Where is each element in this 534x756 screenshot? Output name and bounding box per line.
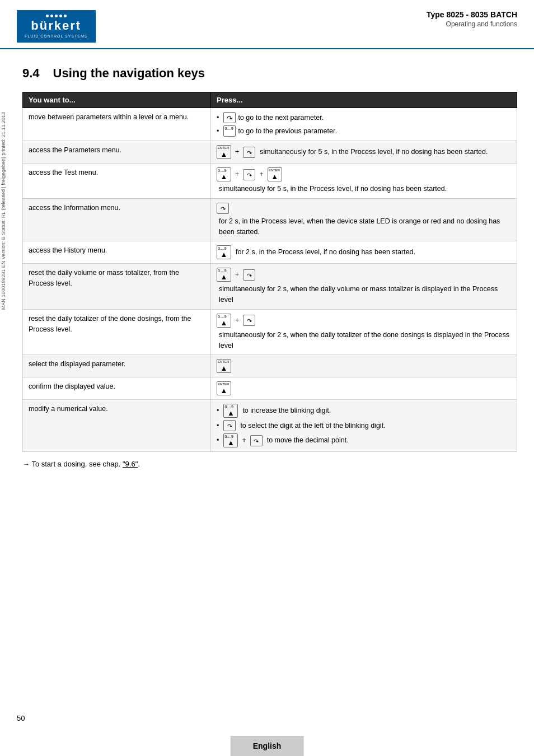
- key-up-digits: 0....9 ▲: [217, 167, 231, 181]
- key-nav-info: ↷: [217, 203, 229, 214]
- table-row: reset the daily totalizer of the done do…: [23, 309, 517, 355]
- logo-dot: [50, 15, 53, 17]
- mod-desc2: to select the digit at the left of the b…: [240, 421, 385, 431]
- press-cell: ↷ for 2 s, in the Process level, when th…: [211, 198, 517, 241]
- logo-dot: [59, 15, 62, 17]
- header-right: Type 8025 - 8035 BATCH Operating and fun…: [427, 10, 517, 28]
- up-vol: ▲: [221, 273, 228, 281]
- press-cell: ENTER ▲: [211, 355, 517, 377]
- want-cell: reset the daily volume or mass totalizer…: [23, 264, 211, 310]
- digits-vol: 0....9: [218, 269, 227, 273]
- logo-subtitle: FLUID CONTROL SYSTEMS: [25, 34, 88, 38]
- key-up-hist: 0....9 ▲: [217, 245, 231, 259]
- want-cell: access the Test menu.: [23, 164, 211, 199]
- logo-box: bürkert FLUID CONTROL SYSTEMS: [17, 10, 96, 43]
- press-desc2: simultaneously for 5 s, in the Process l…: [219, 184, 447, 194]
- key-up-mod: 0....9 ▲: [223, 404, 238, 418]
- digits-label: 0....9: [224, 127, 233, 130]
- table-row: access the Test menu. 0....9 ▲ + ↷ +: [23, 164, 517, 199]
- col2-header: Press...: [211, 92, 517, 108]
- digits-dec: 0....9: [224, 435, 233, 438]
- footnote-link[interactable]: "9.6": [123, 460, 138, 468]
- section-heading: 9.4 Using the navigation keys: [22, 66, 517, 81]
- side-text: MAN 1000199281 EN Version: B Status: RL …: [0, 112, 10, 310]
- up-mod: ▲: [227, 409, 235, 417]
- header-title: Type 8025 - 8035 BATCH: [427, 10, 517, 19]
- table-row: reset the daily volume or mass totalizer…: [23, 264, 517, 310]
- table-row: modify a numerical value. • 0....9 ▲ to …: [23, 400, 517, 452]
- enter-sym2: ▲: [271, 173, 278, 180]
- key-up-dec: 0....9 ▲: [223, 433, 238, 447]
- want-cell: access the Information menu.: [23, 198, 211, 241]
- enter-label: ENTER: [218, 146, 229, 150]
- enter-sym: ▲: [221, 151, 228, 158]
- table-row: access the History menu. 0....9 ▲ for 2 …: [23, 241, 517, 264]
- logo-dot: [55, 15, 58, 17]
- page-number: 50: [17, 714, 25, 722]
- section-number: 9.4: [22, 66, 40, 81]
- nav-sym: ↷: [247, 150, 252, 156]
- enter-sel-sym: ▲: [221, 365, 228, 372]
- up-hist: ▲: [221, 251, 228, 258]
- up-arrow: ▲: [221, 173, 228, 180]
- up-dec: ▲: [227, 439, 235, 446]
- key-nav-mod: ↷: [223, 420, 236, 431]
- bullet: •: [217, 113, 219, 123]
- digits-dos: 0....9: [218, 315, 227, 319]
- col1-header: You want to...: [23, 92, 211, 108]
- key-nav-dec: ↷: [250, 435, 263, 446]
- table-row: move between parameters within a level o…: [23, 108, 517, 141]
- press-desc: simultaneously for 5 s, in the Process l…: [260, 147, 488, 157]
- key-enter-sel: ENTER ▲: [217, 359, 231, 373]
- logo-dot: [46, 15, 49, 17]
- press-desc5: simultaneously for 2 s, when the daily v…: [219, 284, 511, 305]
- digits-lbl: 0....9: [218, 169, 227, 172]
- nav-info-sym: ↷: [221, 206, 226, 212]
- want-cell: reset the daily totalizer of the done do…: [23, 309, 211, 355]
- press-cell: 0....9 ▲ + ↷ + ENTER ▲ simultaneously fo…: [211, 164, 517, 199]
- nav-dos-sym: ↷: [247, 318, 252, 324]
- enter-sel-lbl: ENTER: [218, 360, 229, 363]
- header-subtitle: Operating and functions: [427, 20, 517, 28]
- want-cell: access the Parameters menu.: [23, 141, 211, 164]
- logo-text: bürkert: [31, 18, 81, 33]
- logo-area: bürkert FLUID CONTROL SYSTEMS: [17, 10, 96, 43]
- key-nav2: ↷: [243, 169, 255, 180]
- want-cell: access the History menu.: [23, 241, 211, 264]
- press-cell: ENTER ▲: [211, 377, 517, 400]
- navigation-table: You want to... Press... move between par…: [22, 92, 517, 452]
- key-nav: ↷: [243, 147, 255, 158]
- table-row: select the displayed parameter. ENTER ▲: [23, 355, 517, 377]
- footnote-period: .: [138, 460, 140, 468]
- language-tab[interactable]: English: [231, 736, 304, 756]
- key-nav-vol: ↷: [243, 269, 255, 281]
- enter-conf-sym: ▲: [221, 387, 228, 394]
- nav-mod-sym: ↷: [227, 423, 232, 430]
- enter-lbl2: ENTER: [269, 169, 280, 172]
- press-cell: 0....9 ▲ + ↷ simultaneously for 2 s, whe…: [211, 309, 517, 355]
- press-desc3: for 2 s, in the Process level, when the …: [219, 216, 511, 237]
- press-cell: • ↷ to go to the next parameter. • 0....…: [211, 108, 517, 141]
- nav-dec-sym: ↷: [254, 438, 259, 445]
- want-cell: confirm the displayed value.: [23, 377, 211, 400]
- press-cell: • 0....9 ▲ to increase the blinking digi…: [211, 400, 517, 452]
- plus-sign2: +: [259, 169, 263, 180]
- press-cell: ENTER ▲ + ↷ simultaneously for 5 s, in t…: [211, 141, 517, 164]
- page-header: bürkert FLUID CONTROL SYSTEMS Type 8025 …: [0, 0, 534, 49]
- table-row: access the Parameters menu. ENTER ▲ + ↷ …: [23, 141, 517, 164]
- up-dos: ▲: [221, 319, 228, 326]
- bullet: •: [217, 435, 219, 446]
- main-content: 9.4 Using the navigation keys You want t…: [0, 49, 534, 485]
- table-row: confirm the displayed value. ENTER ▲: [23, 377, 517, 400]
- press-cell: 0....9 ▲ + ↷ simultaneously for 2 s, whe…: [211, 264, 517, 310]
- digits-hist: 0....9: [218, 246, 227, 250]
- want-cell: move between parameters within a level o…: [23, 108, 211, 141]
- key-enter-conf: ENTER ▲: [217, 381, 231, 395]
- plus-sign: +: [235, 169, 239, 180]
- plus-sign: +: [235, 147, 239, 157]
- nav2-sym: ↷: [247, 172, 252, 179]
- footnote-arrow: → To start a dosing, see chap.: [22, 460, 123, 468]
- key-nav-dos: ↷: [243, 315, 255, 326]
- section-title: Using the navigation keys: [53, 66, 205, 81]
- key-enter2: ENTER ▲: [268, 167, 282, 181]
